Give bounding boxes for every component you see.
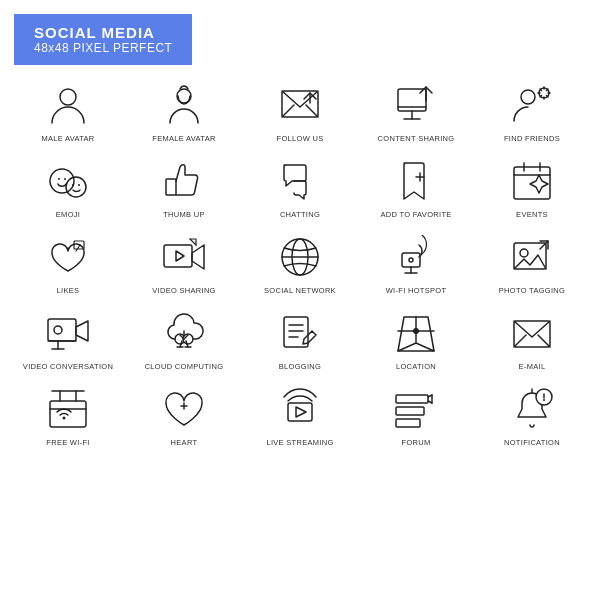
icon-blogging: BLOGGING	[242, 301, 358, 377]
header-title: SOCIAL MEDIA	[34, 24, 172, 41]
icon-find-friends: FIND FRIENDS	[474, 73, 590, 149]
icon-cloud-computing: CLOUD COMPUTING	[126, 301, 242, 377]
follow-us-label: FOLLOW US	[277, 134, 324, 143]
icon-male-avatar: MALE AVATAR	[10, 73, 126, 149]
notification-label: NOTIFICATION	[504, 438, 560, 447]
likes-icon	[44, 233, 92, 281]
header: SOCIAL MEDIA 48x48 PIXEL PERFECT	[0, 0, 600, 65]
svg-point-23	[64, 178, 66, 180]
free-wifi-label: FREE WI-FI	[46, 438, 89, 447]
emoji-icon	[44, 157, 92, 205]
svg-point-0	[60, 89, 76, 105]
svg-point-48	[520, 249, 528, 257]
icon-emoji: EMOJI	[10, 149, 126, 225]
svg-line-19	[547, 89, 549, 91]
svg-marker-37	[192, 245, 204, 269]
icon-social-network: SOCIAL NETWORK	[242, 225, 358, 301]
content-sharing-icon	[392, 81, 440, 129]
svg-line-17	[540, 89, 542, 91]
icon-female-avatar: FEMALE AVATAR	[126, 73, 242, 149]
icon-video-conversation: VIDEO CONVERSATION	[10, 301, 126, 377]
wifi-hotspot-label: WI-FI HOTSPOT	[386, 286, 447, 295]
heart-label: HEART	[171, 438, 198, 447]
icon-forum: FORUM	[358, 377, 474, 453]
svg-point-72	[413, 328, 419, 334]
photo-tagging-label: PHOTO TAGGING	[499, 286, 565, 295]
icon-thumb-up: THUMB UP	[126, 149, 242, 225]
social-network-icon	[276, 233, 324, 281]
forum-label: FORUM	[402, 438, 431, 447]
svg-rect-27	[166, 179, 176, 195]
blogging-label: BLOGGING	[279, 362, 321, 371]
likes-label: LIKES	[57, 286, 80, 295]
thumb-up-icon	[160, 157, 208, 205]
social-network-label: SOCIAL NETWORK	[264, 286, 336, 295]
icon-follow-us: FOLLOW US	[242, 73, 358, 149]
icon-email: E-MAIL	[474, 301, 590, 377]
svg-point-26	[78, 184, 80, 186]
header-subtitle: 48x48 PIXEL PERFECT	[34, 41, 172, 55]
icon-chatting: CHATTING	[242, 149, 358, 225]
photo-tagging-icon	[508, 233, 556, 281]
wifi-hotspot-icon	[392, 233, 440, 281]
svg-point-80	[63, 417, 66, 420]
forum-icon	[392, 385, 440, 433]
svg-point-46	[409, 258, 413, 262]
video-sharing-icon	[160, 233, 208, 281]
blogging-icon	[276, 309, 324, 357]
svg-line-39	[190, 239, 196, 245]
thumb-up-label: THUMB UP	[163, 210, 205, 219]
follow-us-icon	[276, 81, 324, 129]
live-streaming-label: LIVE STREAMING	[266, 438, 333, 447]
svg-point-91	[543, 399, 545, 401]
email-icon	[508, 309, 556, 357]
svg-point-52	[54, 326, 62, 334]
svg-marker-34	[530, 175, 548, 193]
male-avatar-icon	[44, 81, 92, 129]
cloud-computing-label: CLOUD COMPUTING	[145, 362, 224, 371]
female-avatar-label: FEMALE AVATAR	[152, 134, 215, 143]
video-sharing-label: VIDEO SHARING	[152, 286, 216, 295]
svg-marker-51	[76, 321, 88, 341]
icon-live-streaming: LIVE STREAMING	[242, 377, 358, 453]
svg-marker-38	[176, 251, 184, 261]
icon-heart: HEART	[126, 377, 242, 453]
svg-rect-43	[402, 253, 420, 267]
svg-line-4	[306, 105, 318, 117]
email-label: E-MAIL	[519, 362, 546, 371]
icon-free-wifi: FREE WI-FI	[10, 377, 126, 453]
svg-line-18	[547, 96, 549, 98]
female-avatar-icon	[160, 81, 208, 129]
free-wifi-icon	[44, 385, 92, 433]
svg-line-20	[540, 96, 542, 98]
video-conversation-icon	[44, 309, 92, 357]
icon-notification: NOTIFICATION	[474, 377, 590, 453]
svg-rect-84	[396, 407, 424, 415]
svg-point-11	[521, 90, 535, 104]
find-friends-icon	[508, 81, 556, 129]
icon-add-to-favorite: ADD TO FAVORITE	[358, 149, 474, 225]
svg-point-22	[58, 178, 60, 180]
chatting-label: CHATTING	[280, 210, 320, 219]
icon-wifi-hotspot: WI-FI HOTSPOT	[358, 225, 474, 301]
svg-rect-85	[396, 419, 420, 427]
icon-location: LOCATION	[358, 301, 474, 377]
svg-line-74	[514, 335, 526, 347]
video-conversation-label: VIDEO CONVERSATION	[23, 362, 113, 371]
icon-likes: LIKES	[10, 225, 126, 301]
svg-rect-76	[50, 401, 86, 427]
cloud-computing-icon	[160, 309, 208, 357]
svg-point-25	[72, 184, 74, 186]
live-streaming-icon	[276, 385, 324, 433]
icons-grid: MALE AVATAR FEMALE AVATAR FOLLOW U	[0, 65, 600, 461]
content-sharing-label: CONTENT SHARING	[378, 134, 455, 143]
svg-marker-82	[296, 407, 306, 417]
svg-rect-81	[288, 403, 312, 421]
location-icon	[392, 309, 440, 357]
svg-rect-83	[396, 395, 428, 403]
heart-icon	[160, 385, 208, 433]
svg-line-3	[282, 105, 294, 117]
svg-rect-65	[284, 317, 308, 347]
add-to-favorite-icon	[392, 157, 440, 205]
svg-rect-36	[164, 245, 192, 267]
